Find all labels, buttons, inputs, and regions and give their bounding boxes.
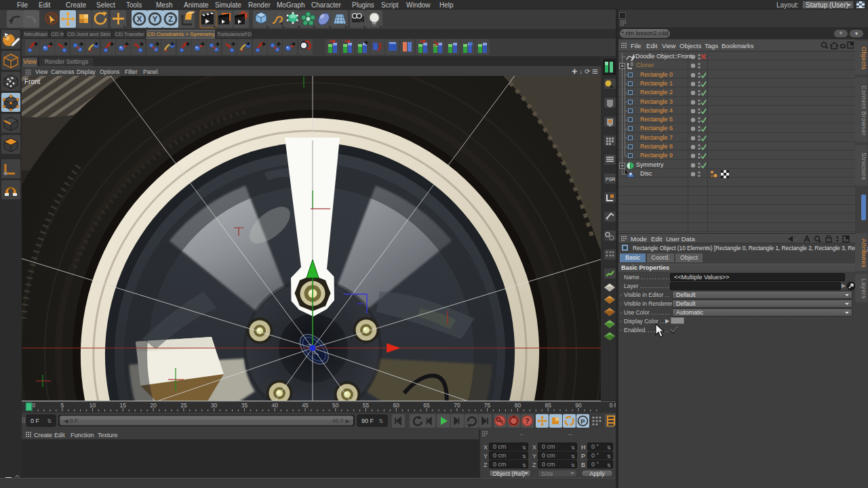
svg-text:40: 40 (271, 402, 278, 409)
svg-text:65: 65 (423, 402, 430, 409)
svg-text:30: 30 (211, 402, 218, 409)
svg-text:15: 15 (120, 402, 127, 409)
svg-text:70: 70 (454, 402, 460, 409)
svg-text:⇅: ⇅ (47, 418, 52, 424)
svg-text:60: 60 (393, 402, 400, 409)
svg-text:?: ? (525, 418, 529, 425)
svg-text:25: 25 (180, 402, 187, 409)
svg-text:P: P (580, 418, 585, 425)
svg-text:50: 50 (332, 402, 339, 409)
svg-text:0 F: 0 F (31, 418, 40, 424)
svg-text:Y: Y (153, 15, 158, 23)
svg-text:⇅: ⇅ (378, 418, 383, 424)
svg-text:90: 90 (575, 402, 582, 409)
svg-text:75: 75 (484, 402, 491, 409)
svg-text:80: 80 (515, 402, 521, 409)
svg-text:PSR: PSR (606, 177, 615, 182)
svg-text:X: X (137, 15, 142, 23)
svg-text:0: 0 (32, 402, 35, 409)
svg-text:20: 20 (150, 402, 157, 409)
svg-text:90 F ▶: 90 F ▶ (332, 418, 350, 424)
svg-text:10: 10 (90, 402, 96, 409)
svg-text:5: 5 (60, 402, 64, 409)
svg-text:35: 35 (241, 402, 248, 409)
svg-text:85: 85 (545, 402, 551, 409)
svg-text:Z: Z (168, 15, 173, 23)
svg-text:90 F: 90 F (361, 418, 374, 424)
svg-text:55: 55 (363, 402, 370, 409)
svg-text:◀ 0 F: ◀ 0 F (64, 418, 78, 424)
svg-text:45: 45 (302, 402, 309, 409)
